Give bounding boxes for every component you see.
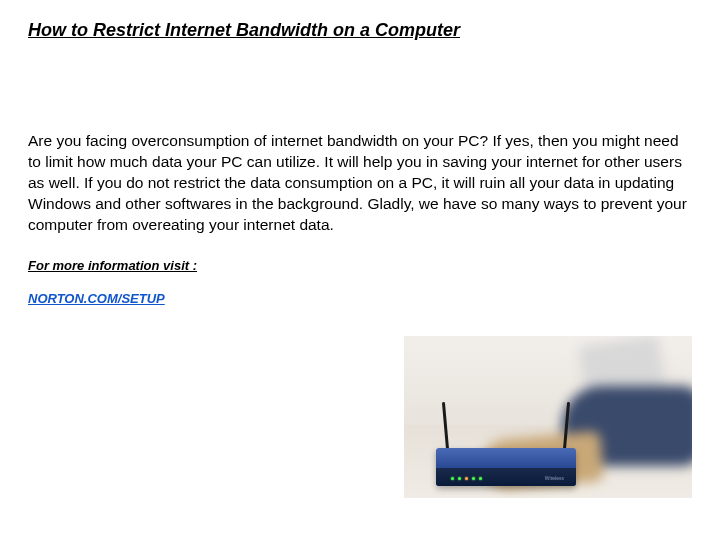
more-info-label: For more information visit :	[28, 258, 692, 273]
page-title: How to Restrict Internet Bandwidth on a …	[28, 20, 692, 41]
router-icon: Wireless	[436, 441, 576, 486]
hero-image: Wireless	[404, 336, 692, 498]
norton-setup-link[interactable]: NORTON.COM/SETUP	[28, 291, 165, 306]
body-paragraph: Are you facing overconsumption of intern…	[28, 131, 688, 236]
